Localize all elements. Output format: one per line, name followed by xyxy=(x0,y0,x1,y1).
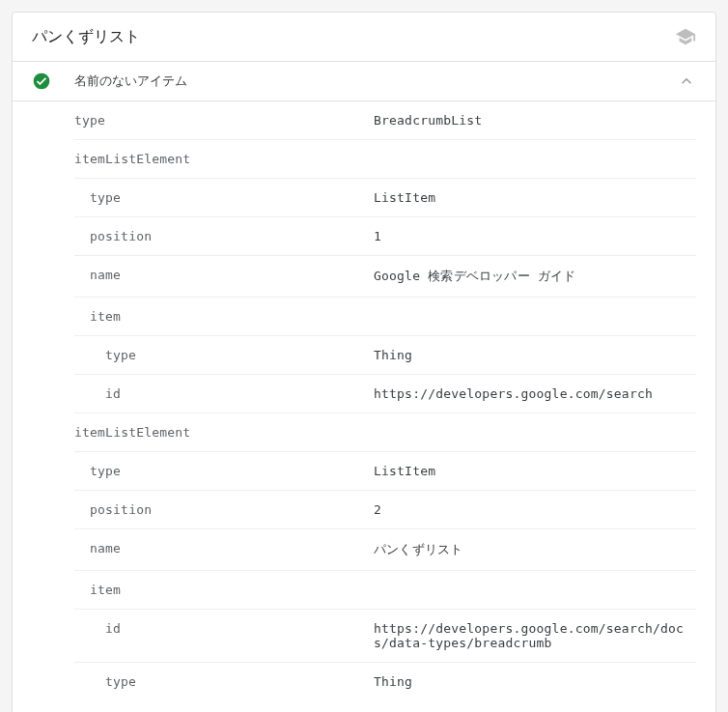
item-header-title: 名前のないアイテム xyxy=(74,72,677,90)
property-value: BreadcrumbList xyxy=(374,113,696,128)
svg-point-0 xyxy=(34,73,50,90)
property-row: nameパンくずリスト xyxy=(74,529,696,571)
property-row: typeListItem xyxy=(74,179,696,217)
property-row: item xyxy=(74,298,696,336)
property-row: typeThing xyxy=(74,336,696,375)
graduation-cap-icon[interactable] xyxy=(675,26,696,47)
property-key: type xyxy=(74,464,374,478)
property-row: idhttps://developers.google.com/search/d… xyxy=(74,610,696,663)
property-key: itemListElement xyxy=(74,425,374,440)
property-key: name xyxy=(74,268,374,282)
item-header-row[interactable]: 名前のないアイテム xyxy=(13,62,715,101)
property-list: typeBreadcrumbListitemListElementtypeLis… xyxy=(13,101,715,712)
property-key: id xyxy=(74,621,374,636)
property-key: position xyxy=(74,502,374,517)
property-row: item xyxy=(74,571,696,610)
property-row: itemListElement xyxy=(74,140,696,179)
property-key: itemListElement xyxy=(74,152,374,166)
property-row: typeBreadcrumbList xyxy=(74,101,696,140)
property-row: idhttps://developers.google.com/search xyxy=(74,375,696,413)
property-key: type xyxy=(74,348,374,362)
panel-title: パンくずリスト xyxy=(32,27,140,47)
property-value: Thing xyxy=(374,348,696,362)
property-key: id xyxy=(74,386,374,401)
property-value: https://developers.google.com/search xyxy=(374,386,696,401)
property-value: 1 xyxy=(374,229,696,243)
chevron-up-icon xyxy=(677,71,696,91)
property-value: Thing xyxy=(374,674,696,689)
property-value: ListItem xyxy=(374,464,696,478)
property-key: type xyxy=(74,674,374,689)
property-row: itemListElement xyxy=(74,413,696,452)
property-value: Google 検索デベロッパー ガイド xyxy=(374,268,696,285)
structured-data-panel: パンくずリスト 名前のないアイテム typeBreadcrumbListitem… xyxy=(12,12,716,712)
property-key: position xyxy=(74,229,374,243)
property-row: typeThing xyxy=(74,663,696,700)
property-key: name xyxy=(74,541,374,555)
property-value: https://developers.google.com/search/doc… xyxy=(374,621,696,650)
property-key: item xyxy=(74,309,374,324)
panel-header: パンくずリスト xyxy=(13,13,715,62)
property-key: item xyxy=(74,583,374,597)
property-key: type xyxy=(74,113,374,128)
property-row: position2 xyxy=(74,491,696,529)
property-row: typeListItem xyxy=(74,452,696,491)
status-check-icon xyxy=(32,71,74,91)
property-value: パンくずリスト xyxy=(374,541,696,558)
property-value: 2 xyxy=(374,502,696,517)
property-key: type xyxy=(74,190,374,205)
property-row: nameGoogle 検索デベロッパー ガイド xyxy=(74,256,696,298)
property-row: position1 xyxy=(74,217,696,256)
property-value: ListItem xyxy=(374,190,696,205)
